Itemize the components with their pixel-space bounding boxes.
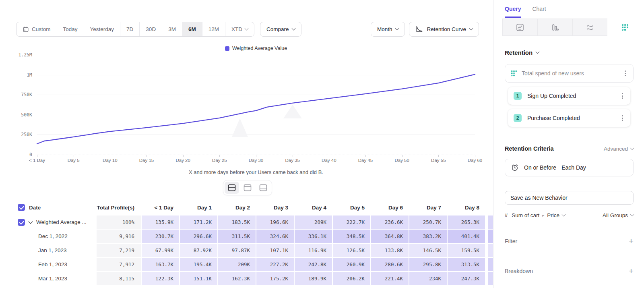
chart-only-toggle[interactable] bbox=[240, 182, 255, 194]
table-only-toggle[interactable] bbox=[256, 182, 270, 194]
x-tick-mark bbox=[147, 155, 147, 157]
kebab-menu-icon[interactable] bbox=[620, 114, 625, 122]
step-row-1[interactable]: 1 Sign Up Completed bbox=[508, 87, 630, 105]
add-filter-button[interactable]: + bbox=[629, 237, 634, 245]
retention-value-cell[interactable]: 311.5K bbox=[218, 230, 256, 243]
retention-value-cell[interactable]: 171.2K bbox=[180, 215, 217, 229]
x-tick-label: Day 55 bbox=[431, 158, 446, 163]
range-custom[interactable]: Custom bbox=[17, 22, 57, 36]
retention-value-cell[interactable]: 364.8K bbox=[371, 230, 409, 243]
chevron-down-icon[interactable] bbox=[28, 219, 33, 224]
x-tick-label: Day 30 bbox=[249, 158, 263, 163]
select-all-checkbox[interactable] bbox=[18, 204, 25, 211]
retention-value-cell[interactable]: 146.5K bbox=[409, 244, 447, 257]
retention-value-cell[interactable]: 234K bbox=[409, 272, 447, 285]
criteria-mode-dropdown[interactable]: Advanced bbox=[604, 146, 634, 152]
retention-value-cell[interactable]: 206.2K bbox=[333, 272, 370, 285]
retention-value-cell[interactable]: 97.87K bbox=[218, 244, 256, 257]
retention-value-cell[interactable]: 324.6K bbox=[256, 230, 294, 243]
retention-value-cell[interactable]: 159.5K bbox=[448, 244, 485, 257]
retention-value-cell[interactable]: 227.2K bbox=[256, 258, 294, 271]
range-today[interactable]: Today bbox=[57, 22, 84, 36]
retention-value-cell[interactable]: 260.9K bbox=[333, 258, 370, 271]
criteria-condition: On or Before bbox=[524, 164, 556, 171]
column-header: Day 2 bbox=[218, 201, 256, 214]
retention-value-cell[interactable]: 209K bbox=[295, 215, 332, 229]
range-30d[interactable]: 30D bbox=[139, 22, 162, 36]
retention-value-cell[interactable]: 162.3K bbox=[218, 272, 256, 285]
retention-value-cell[interactable]: 250.7K bbox=[409, 215, 447, 229]
insights-icon bbox=[516, 23, 524, 31]
row-label: Mar 1, 2023 bbox=[38, 276, 67, 282]
range-label: Today bbox=[63, 26, 78, 32]
report-type-funnels[interactable] bbox=[537, 19, 573, 36]
retention-value-cell[interactable]: 87.92K bbox=[180, 244, 217, 257]
chart-type-dropdown[interactable]: Retention Curve bbox=[409, 22, 479, 37]
retention-value-cell[interactable]: 116.9K bbox=[295, 244, 332, 257]
section-header[interactable]: Retention bbox=[505, 49, 634, 56]
tab-chart[interactable]: Chart bbox=[532, 6, 546, 18]
retention-value-cell[interactable]: 265.3K bbox=[448, 215, 485, 229]
plot-area[interactable]: 0250K500K750K1M1.25M bbox=[37, 55, 475, 155]
retention-value-cell[interactable]: 122.3K bbox=[142, 272, 179, 285]
granularity-dropdown[interactable]: Month bbox=[371, 22, 405, 37]
range-12m[interactable]: 12M bbox=[202, 22, 225, 36]
column-header: Day 3 bbox=[256, 201, 294, 214]
report-type-insights[interactable] bbox=[502, 19, 538, 36]
retention-value-cell[interactable]: 221.4K bbox=[371, 272, 409, 285]
row-checkbox[interactable] bbox=[18, 219, 25, 226]
retention-value-cell[interactable]: 183.5K bbox=[218, 215, 256, 229]
x-tick-mark bbox=[365, 155, 366, 157]
range-xtd[interactable]: XTD bbox=[225, 22, 254, 36]
retention-value-cell[interactable]: 230.7K bbox=[142, 230, 179, 243]
report-type-retention[interactable] bbox=[607, 19, 643, 36]
retention-value-cell[interactable]: 175.2K bbox=[256, 272, 294, 285]
retention-value-cell[interactable]: 209K bbox=[218, 258, 256, 271]
split-view-toggle[interactable] bbox=[225, 182, 239, 194]
retention-value-cell[interactable]: 236.6K bbox=[371, 215, 409, 229]
range-7d[interactable]: 7D bbox=[120, 22, 139, 36]
retention-value-cell[interactable]: 336.1K bbox=[295, 230, 332, 243]
retention-value-cell[interactable]: 107.1K bbox=[256, 244, 294, 257]
retention-value-cell[interactable]: 135.9K bbox=[142, 215, 179, 229]
report-type-flows[interactable] bbox=[572, 19, 608, 36]
add-breakdown-button[interactable]: + bbox=[629, 267, 634, 275]
table-row: Jan 1, 20237,21967.99K87.92K97.87K107.1K… bbox=[0, 244, 493, 257]
range-6m[interactable]: 6M bbox=[182, 22, 202, 36]
retention-value-cell[interactable]: 280.6K bbox=[371, 258, 409, 271]
retention-value-cell[interactable]: 189.9K bbox=[295, 272, 332, 285]
kebab-menu-icon[interactable] bbox=[620, 91, 625, 100]
retention-value-cell[interactable]: 296.6K bbox=[180, 230, 217, 243]
kebab-menu-icon[interactable] bbox=[623, 69, 627, 78]
tab-query[interactable]: Query bbox=[505, 6, 521, 18]
retention-value-cell[interactable]: 67.99K bbox=[142, 244, 179, 257]
range-label: Custom bbox=[32, 26, 51, 32]
chevron-down-icon bbox=[630, 213, 634, 217]
save-as-new-behavior-button[interactable]: Save as New Behavior bbox=[505, 191, 634, 205]
retention-value-cell[interactable]: 222.7K bbox=[333, 215, 370, 229]
criteria-card[interactable]: On or Before Each Day bbox=[505, 159, 634, 176]
step-row-2[interactable]: 2 Purchase Completed bbox=[508, 109, 630, 127]
row-label: Feb 1, 2023 bbox=[38, 261, 67, 267]
retention-value-cell[interactable]: 196.6K bbox=[256, 215, 294, 229]
retention-value-cell[interactable]: 242.8K bbox=[295, 258, 332, 271]
funnels-icon bbox=[551, 23, 559, 31]
retention-value-cell[interactable]: 247.3K bbox=[448, 272, 485, 285]
groups-dropdown[interactable]: All Groups bbox=[603, 212, 634, 218]
range-3m[interactable]: 3M bbox=[162, 22, 182, 36]
compare-button[interactable]: Compare bbox=[260, 22, 302, 37]
retention-value-cell[interactable]: 313.5K bbox=[448, 258, 485, 271]
retention-value-cell[interactable]: 383.2K bbox=[409, 230, 447, 243]
measure-property-dropdown[interactable]: Sum of cart ▸ Price bbox=[512, 212, 565, 218]
retention-value-cell[interactable]: 295.8K bbox=[409, 258, 447, 271]
range-yesterday[interactable]: Yesterday bbox=[84, 22, 120, 36]
retention-value-cell[interactable]: 348.5K bbox=[333, 230, 370, 243]
x-tick-mark bbox=[110, 155, 110, 157]
retention-value-cell[interactable]: 163.7K bbox=[142, 258, 179, 271]
retention-value-cell[interactable]: 151.1K bbox=[180, 272, 217, 285]
retention-value-cell[interactable]: 126.5K bbox=[333, 244, 370, 257]
behavior-card[interactable]: Total spend of new users bbox=[505, 64, 634, 83]
retention-value-cell[interactable]: 195.4K bbox=[180, 258, 217, 271]
retention-value-cell[interactable]: 401.4K bbox=[448, 230, 485, 243]
retention-value-cell[interactable]: 133.8K bbox=[371, 244, 409, 257]
